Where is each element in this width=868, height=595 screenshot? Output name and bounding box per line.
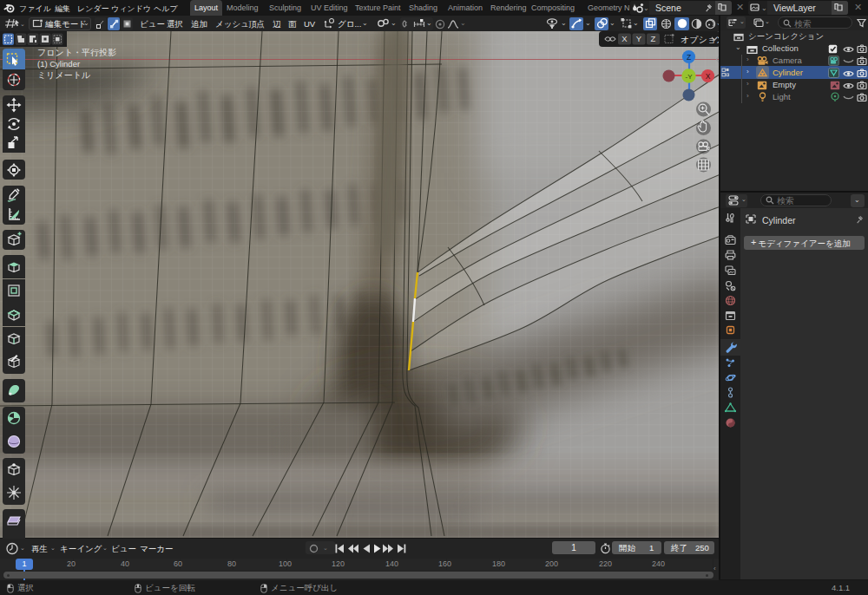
- svg-text:ミリメートル: ミリメートル: [37, 70, 91, 80]
- svg-text:(1) Cylinder: (1) Cylinder: [37, 59, 80, 69]
- svg-text:フロント・平行投影: フロント・平行投影: [37, 48, 116, 57]
- svg-text:Z: Z: [687, 53, 691, 62]
- svg-text:X: X: [621, 34, 628, 43]
- svg-text:オプション: オプション: [681, 35, 720, 44]
- svg-text:X: X: [706, 72, 711, 81]
- svg-text:Y: Y: [636, 34, 642, 43]
- svg-text:Z: Z: [651, 34, 656, 43]
- svg-text:-Y: -Y: [686, 73, 694, 81]
